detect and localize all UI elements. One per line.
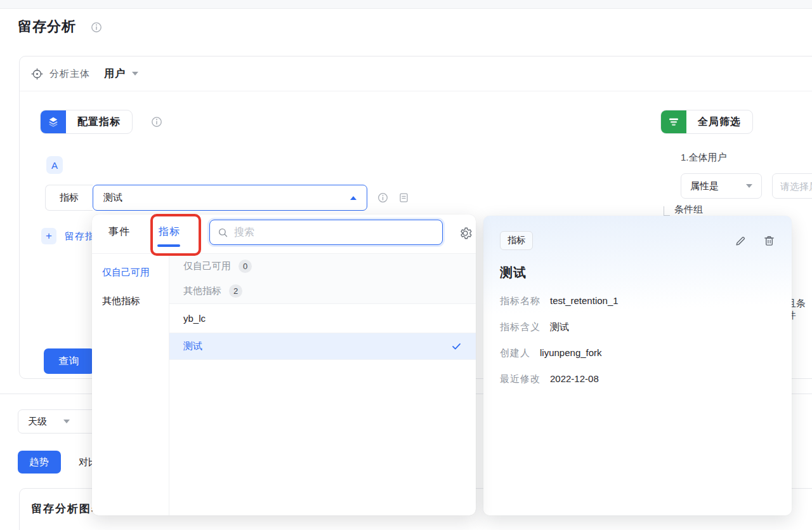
filter-group-title: 1.全体用户	[681, 152, 727, 164]
detail-row: 指标名称 test_retention_1	[500, 295, 775, 307]
trend-tab-button[interactable]: 趋势	[18, 451, 61, 474]
metric-group-badge: A	[46, 156, 63, 174]
operator-select[interactable]: 属性是	[681, 173, 762, 199]
property-input[interactable]	[780, 181, 812, 192]
config-metric-section-pill: 配置指标	[40, 110, 133, 134]
annotation-highlight-box	[150, 214, 201, 256]
dropdown-header: 事件 指标	[92, 215, 476, 254]
sidebar-item-own-metrics[interactable]: 仅自己可用	[102, 267, 169, 279]
group-header-own: 仅自己可用 0	[169, 254, 476, 279]
config-metric-label: 配置指标	[66, 110, 132, 133]
detail-title: 测试	[500, 264, 775, 281]
group-header-other: 其他指标 2	[169, 279, 476, 303]
dropdown-list: 仅自己可用 0 其他指标 2 yb_lc 测试	[169, 254, 476, 515]
count-badge: 0	[239, 260, 252, 273]
metric-tag: 指标	[500, 231, 533, 250]
metric-dropdown-panel: 事件 指标 仅自己可用 其他指标 仅自己可用 0	[92, 215, 476, 515]
layers-icon	[41, 110, 66, 133]
search-icon	[218, 227, 228, 238]
granularity-select[interactable]: 天级	[18, 409, 102, 434]
crosshair-icon	[31, 68, 43, 80]
chevron-down-icon	[63, 420, 70, 423]
plus-icon: +	[41, 228, 56, 244]
metric-detail-popover: 指标 测试 指标名称 test_retention_1 指标含义 测试 创建人 …	[483, 216, 792, 515]
subject-value[interactable]: 用户	[104, 67, 126, 81]
property-select[interactable]	[772, 173, 812, 199]
delete-trash-icon[interactable]	[763, 235, 775, 247]
subject-row: 分析主体 用户	[20, 56, 812, 91]
global-filter-label: 全局筛选	[686, 110, 752, 133]
metric-select[interactable]: 测试	[93, 185, 367, 211]
check-icon	[451, 341, 462, 352]
chevron-down-icon[interactable]	[132, 72, 138, 76]
dropdown-sidebar: 仅自己可用 其他指标	[92, 254, 169, 515]
metric-type-box[interactable]: 指标	[45, 185, 93, 211]
funnel-icon	[661, 110, 686, 133]
count-badge: 2	[229, 284, 242, 298]
detail-row: 创建人 liyunpeng_fork	[500, 347, 775, 359]
tab-event[interactable]: 事件	[108, 225, 130, 239]
info-icon[interactable]	[377, 192, 388, 203]
top-strip	[0, 0, 812, 9]
page-title: 留存分析	[18, 17, 76, 36]
detail-row: 指标含义 测试	[500, 321, 775, 333]
group-headers: 仅自己可用 0 其他指标 2	[169, 254, 476, 304]
note-document-icon[interactable]	[398, 192, 409, 203]
operator-value: 属性是	[690, 180, 719, 192]
metric-row: 指标 测试	[45, 185, 409, 211]
info-icon[interactable]	[151, 116, 162, 128]
query-button[interactable]: 查询	[44, 348, 95, 374]
global-filter-button[interactable]: 全局筛选	[660, 110, 753, 134]
detail-row: 最近修改 2022-12-08	[500, 373, 775, 385]
chevron-down-icon	[746, 184, 752, 188]
granularity-value: 天级	[28, 416, 47, 428]
search-input[interactable]	[234, 227, 435, 238]
settings-gear-icon[interactable]	[459, 227, 472, 240]
chevron-up-icon	[350, 196, 357, 200]
retention-analysis-page: 留存分析 分析主体 用户 配置指标 全局筛选 1.全体用	[0, 0, 812, 530]
edit-pencil-icon[interactable]	[735, 235, 747, 247]
condition-group-fragment: 条件组	[664, 204, 703, 216]
list-item-selected[interactable]: 测试	[169, 333, 476, 360]
search-box[interactable]	[209, 220, 443, 245]
detail-header: 指标	[500, 231, 775, 250]
metric-select-value: 测试	[103, 192, 122, 204]
info-icon[interactable]	[91, 22, 102, 33]
list-item[interactable]: yb_lc	[169, 304, 476, 333]
tree-connector-icon	[664, 206, 670, 216]
sidebar-item-other-metrics[interactable]: 其他指标	[102, 295, 169, 307]
subject-label: 分析主体	[49, 68, 90, 80]
